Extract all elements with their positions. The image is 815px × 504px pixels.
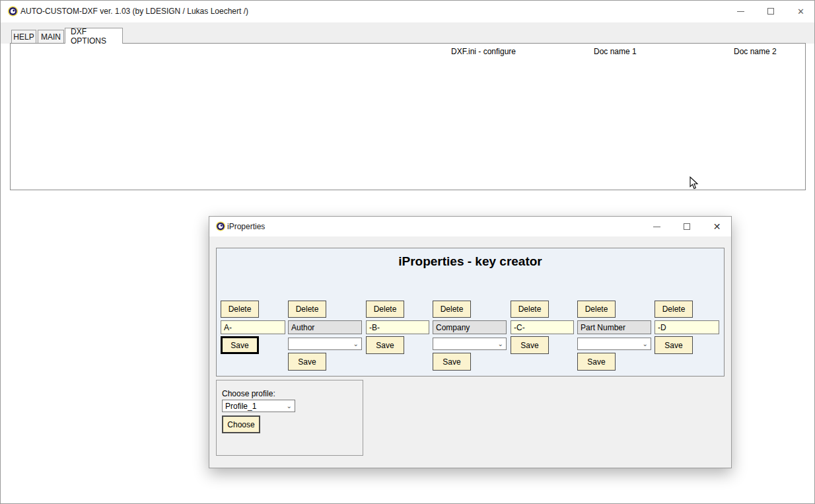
tab-main-label: MAIN xyxy=(41,32,61,42)
window-title: AUTO-CUSTOM-DXF ver. 1.03 (by LDESIGN / … xyxy=(20,7,248,16)
close-icon: ✕ xyxy=(713,221,721,232)
close-button[interactable]: ✕ xyxy=(786,1,815,22)
property-combo-2[interactable]: ⌄ xyxy=(433,338,507,350)
tab-dxf-options[interactable]: DXF OPTIONS xyxy=(65,28,123,44)
delete-button-3[interactable]: Delete xyxy=(366,301,404,318)
delete-button-7[interactable]: Delete xyxy=(655,301,693,318)
dialog-maximize-button[interactable] xyxy=(672,217,701,236)
key-input-2[interactable]: -B- xyxy=(366,320,429,334)
delete-button-6[interactable]: Delete xyxy=(577,301,616,318)
delete-button-5[interactable]: Delete xyxy=(511,301,549,318)
dialog-title: iProperties xyxy=(227,222,265,231)
save-key-button-4[interactable]: Save xyxy=(655,336,693,354)
app-titlebar: AUTO-CUSTOM-DXF ver. 1.03 (by LDESIGN / … xyxy=(1,1,814,22)
chevron-down-icon: ⌄ xyxy=(643,340,648,347)
maximize-icon xyxy=(767,8,774,15)
save-key-button-2[interactable]: Save xyxy=(366,336,404,354)
docname2-group-title: Doc name 2 xyxy=(731,47,779,56)
profile-combo-value: Profile_1 xyxy=(225,402,256,411)
docname1-group-title: Doc name 1 xyxy=(591,47,639,56)
chevron-down-icon: ⌄ xyxy=(498,340,503,347)
iproperties-dialog: iProperties ✕ iProperties - key creator … xyxy=(209,216,732,468)
key-input-3[interactable]: -C- xyxy=(511,320,574,334)
dialog-minimize-button[interactable] xyxy=(642,217,672,236)
minimize-icon xyxy=(653,227,660,227)
app-window: AUTO-CUSTOM-DXF ver. 1.03 (by LDESIGN / … xyxy=(0,0,815,504)
tab-help-label: HELP xyxy=(13,32,34,42)
property-field-company: Company xyxy=(433,320,507,334)
property-combo-1[interactable]: ⌄ xyxy=(288,338,362,350)
maximize-button[interactable] xyxy=(756,1,785,22)
key-input-4[interactable]: -D xyxy=(655,320,719,334)
property-field-part-number: Part Number xyxy=(577,320,651,334)
chevron-down-icon: ⌄ xyxy=(287,402,292,410)
dialog-titlebar: iProperties ✕ xyxy=(209,217,731,236)
key-creator-heading: iProperties - key creator xyxy=(217,254,724,269)
profile-combo[interactable]: Profile_1⌄ xyxy=(222,400,295,412)
choose-profile-button[interactable]: Choose xyxy=(222,415,260,433)
dialog-gear-icon xyxy=(215,221,226,231)
save-property-button-1[interactable]: Save xyxy=(288,353,326,371)
delete-button-4[interactable]: Delete xyxy=(433,301,471,318)
property-field-author: Author xyxy=(288,320,362,334)
dxfini-group-title: DXF.ini - configure xyxy=(448,47,518,56)
maximize-icon xyxy=(684,223,690,230)
dxf-options-panel xyxy=(10,43,806,190)
tab-main[interactable]: MAIN xyxy=(38,30,64,44)
save-key-button-3[interactable]: Save xyxy=(511,336,549,354)
key-input-1[interactable]: A- xyxy=(221,320,285,334)
choose-profile-group: Choose profile: Profile_1⌄ Choose xyxy=(216,380,363,456)
mouse-cursor xyxy=(690,176,699,190)
property-combo-3[interactable]: ⌄ xyxy=(577,338,651,350)
save-key-button-1[interactable]: Save xyxy=(221,336,259,354)
choose-profile-label: Choose profile: xyxy=(222,389,275,398)
delete-button-2[interactable]: Delete xyxy=(288,301,326,318)
chevron-down-icon: ⌄ xyxy=(353,340,359,347)
tab-strip: HELP MAIN DXF OPTIONS xyxy=(1,22,814,44)
app-gear-icon xyxy=(7,6,18,17)
save-property-button-2[interactable]: Save xyxy=(433,353,471,371)
minimize-icon xyxy=(737,11,744,12)
save-property-button-3[interactable]: Save xyxy=(577,353,616,371)
minimize-button[interactable] xyxy=(726,1,756,22)
tab-help[interactable]: HELP xyxy=(11,30,36,44)
dialog-close-button[interactable]: ✕ xyxy=(702,217,732,236)
delete-button-1[interactable]: Delete xyxy=(221,301,259,318)
close-icon: ✕ xyxy=(797,7,804,17)
tab-dxf-options-label: DXF OPTIONS xyxy=(71,27,117,46)
